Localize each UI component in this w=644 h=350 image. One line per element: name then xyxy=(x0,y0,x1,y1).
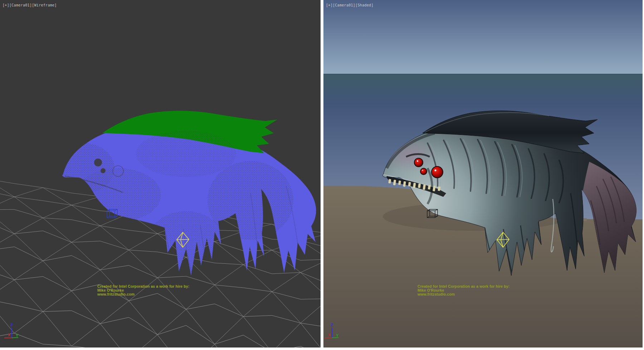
eye-specular xyxy=(417,160,418,162)
viewport-wireframe[interactable]: [+][Camera01][Wireframe] xyxy=(0,0,321,347)
max-viewport-window: [+][Camera01][Wireframe] xyxy=(0,0,644,350)
axis-z-label: Z xyxy=(331,323,333,327)
axis-x-label: X xyxy=(328,333,331,337)
viewport-label-wireframe[interactable]: [+][Camera01][Wireframe] xyxy=(3,3,57,7)
viewport-shaded[interactable]: [+][Camera01][Shaded] xyxy=(323,0,643,347)
axis-y-line xyxy=(332,337,338,338)
axis-y-line xyxy=(12,337,18,338)
eye-specular xyxy=(434,169,436,171)
viewport-label-shaded[interactable]: [+][Camera01][Shaded] xyxy=(326,3,374,7)
axis-x-label: X xyxy=(8,333,11,337)
sky-gradient xyxy=(323,0,643,74)
eye-wireframe xyxy=(94,159,102,166)
watermark: Created for Intel Corporation as a work … xyxy=(418,285,509,296)
eye-wireframe xyxy=(101,168,106,173)
watermark-line: www.fritzstudio.com xyxy=(97,292,189,296)
window-border-right xyxy=(643,0,644,350)
axis-tripod: X Y Z xyxy=(4,323,19,338)
axis-y-label: Y xyxy=(336,333,339,337)
fish-model-wireframe[interactable] xyxy=(54,111,316,276)
axis-y-label: Y xyxy=(16,333,19,337)
horizon-line xyxy=(323,74,643,74)
watermark: Created for Intel Corporation as a work … xyxy=(97,285,189,296)
window-border-bottom xyxy=(0,347,644,350)
axis-z-label: Z xyxy=(10,323,13,327)
watermark-line: www.fritzstudio.com xyxy=(418,292,509,296)
eye xyxy=(415,159,423,166)
eye xyxy=(421,169,426,174)
sea-band xyxy=(323,74,643,104)
eye xyxy=(432,167,443,178)
viewport-divider[interactable] xyxy=(321,0,323,350)
eye-specular xyxy=(422,170,423,171)
